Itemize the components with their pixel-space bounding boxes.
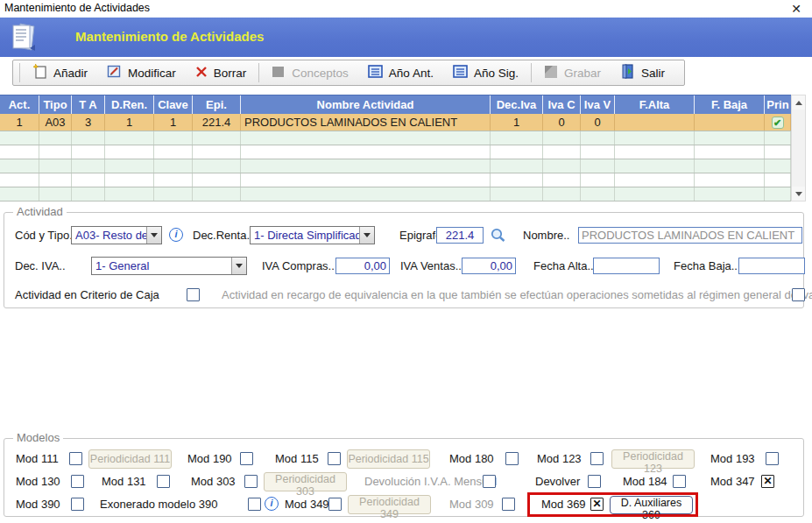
mod309-checkbox[interactable]	[502, 498, 515, 511]
mod184-label: Mod 184	[623, 475, 667, 488]
cell-nombre: PRODUCTOS LAMINADOS EN CALIENT	[241, 114, 491, 131]
cell-prin: ✔	[765, 114, 791, 131]
col-header: F.Alta	[615, 95, 695, 114]
devolver-label: Devolver	[535, 475, 580, 488]
info-icon[interactable]: i	[169, 228, 183, 242]
delete-x-icon	[195, 66, 208, 81]
app-header: Mantenimiento de Actividades	[0, 18, 812, 57]
list-window-icon	[453, 65, 468, 81]
table-header-row: Act. Tipo T A D.Ren. Clave Epi. Nombre A…	[0, 95, 791, 114]
previous-year-label: Año Ant.	[389, 67, 434, 80]
recargo-checkbox[interactable]	[792, 288, 805, 301]
window: Mantenimiento de Actividades ✕ Mantenimi…	[0, 0, 812, 523]
mod349-checkbox[interactable]	[328, 498, 342, 511]
modelos-row-1: Mod 111 Periodicidad 111 Mod 190 Mod 115…	[4, 449, 803, 469]
dec-renta-label: Dec.Renta.	[193, 229, 250, 242]
next-year-button[interactable]: Año Sig.	[443, 61, 528, 84]
add-button[interactable]: Añadir	[23, 61, 97, 84]
criterio-caja-checkbox[interactable]	[187, 288, 200, 301]
actividad-legend: Actividad	[13, 205, 67, 218]
table-empty-row[interactable]	[0, 173, 791, 187]
dropdown-arrow-icon[interactable]	[231, 258, 246, 274]
scroll-down-button[interactable]	[792, 187, 805, 201]
devolver-checkbox[interactable]	[588, 475, 601, 488]
mod184-checkbox[interactable]	[673, 475, 686, 488]
table-empty-row[interactable]	[0, 187, 791, 201]
add-button-label: Añadir	[53, 67, 88, 80]
mod390-checkbox[interactable]	[71, 498, 84, 511]
modelos-legend: Modelos	[13, 431, 63, 444]
nombre-input[interactable]	[578, 227, 802, 244]
iva-ventas-input[interactable]	[462, 258, 516, 274]
save-button: Grabar	[534, 61, 611, 84]
table-row-selected[interactable]: 1 A03 3 1 1 221.4 PRODUCTOS LAMINADOS EN…	[0, 114, 791, 131]
mod111-checkbox[interactable]	[69, 452, 82, 465]
cell-clave: 1	[154, 114, 193, 131]
dec-renta-value: 1- Directa Simplificada	[251, 227, 359, 244]
exit-button[interactable]: Salir	[611, 61, 674, 84]
mod115-label: Mod 115	[275, 452, 319, 465]
table-empty-row[interactable]	[0, 131, 791, 145]
col-header: Iva C	[543, 95, 581, 114]
mod303-label: Mod 303	[191, 475, 236, 488]
mod123-checkbox[interactable]	[590, 452, 604, 465]
new-document-icon	[32, 64, 47, 81]
actividad-row-2: Dec. IVA.. 1- General IVA Compras.. IVA …	[4, 257, 803, 276]
col-header: T A	[72, 95, 105, 114]
col-header: Clave	[154, 95, 193, 114]
cell-fbaja	[695, 114, 765, 131]
table-empty-row[interactable]	[0, 145, 791, 159]
modify-button[interactable]: Modificar	[97, 61, 186, 84]
periodicidad-303-button: Periodicidad 303	[264, 472, 347, 491]
cell-epi: 221.4	[193, 114, 241, 131]
delete-button[interactable]: Borrar	[186, 61, 257, 84]
dropdown-arrow-icon[interactable]	[146, 227, 161, 244]
search-icon[interactable]	[490, 227, 506, 247]
devolucion-iva-checkbox[interactable]	[483, 475, 496, 488]
mod115-checkbox[interactable]	[328, 452, 341, 465]
periodicidad-123-button: Periodicidad 123	[611, 449, 695, 469]
previous-year-button[interactable]: Año Ant.	[358, 61, 443, 84]
document-icon	[8, 21, 43, 58]
cell-ta: 3	[72, 114, 105, 131]
mod190-checkbox[interactable]	[240, 452, 253, 465]
epigrafe-input[interactable]	[436, 227, 484, 244]
vertical-scrollbar[interactable]	[791, 95, 806, 201]
list-window-icon	[368, 65, 383, 81]
cod-tipo-value: A03- Resto de	[72, 227, 146, 244]
mod130-checkbox[interactable]	[71, 475, 84, 488]
table-empty-row[interactable]	[0, 159, 791, 173]
fecha-alta-input[interactable]	[593, 258, 660, 274]
fecha-alta-label: Fecha Alta..	[533, 259, 594, 272]
iva-compras-input[interactable]	[335, 258, 390, 274]
col-header: D.Ren.	[105, 95, 154, 114]
save-button-label: Grabar	[564, 67, 601, 80]
close-icon[interactable]: ✕	[791, 1, 801, 17]
col-header: Epi.	[193, 95, 241, 114]
cod-tipo-select[interactable]: A03- Resto de	[71, 226, 162, 244]
exonerado-390-checkbox[interactable]	[248, 498, 261, 511]
cell-act: 1	[0, 114, 39, 131]
mod193-checkbox[interactable]	[766, 452, 779, 465]
col-header: Dec.Iva	[491, 95, 543, 114]
concepts-icon	[272, 65, 286, 81]
mod180-checkbox[interactable]	[505, 452, 519, 465]
dec-iva-select[interactable]: 1- General	[91, 257, 247, 275]
fecha-baja-input[interactable]	[738, 258, 805, 274]
mod131-checkbox[interactable]	[157, 475, 170, 488]
actividad-row-3: Actividad en Criterio de Caja Actividad …	[4, 286, 803, 305]
info-icon[interactable]: i	[265, 497, 279, 511]
arrow-up-icon	[795, 101, 802, 105]
scroll-up-button[interactable]	[792, 95, 805, 110]
dropdown-arrow-icon[interactable]	[359, 227, 374, 244]
dec-renta-select[interactable]: 1- Directa Simplificada	[250, 226, 375, 244]
mod303-checkbox[interactable]	[244, 475, 258, 488]
cell-deciva: 1	[491, 114, 543, 131]
col-header: Iva V	[581, 95, 615, 114]
exit-button-label: Salir	[641, 67, 665, 80]
mod347-checkbox[interactable]: ✕	[761, 475, 774, 488]
cell-falta	[615, 114, 695, 131]
cod-tipo-label: Cód y Tipo..	[15, 229, 75, 242]
dec-iva-label: Dec. IVA..	[15, 259, 66, 272]
arrow-down-icon	[795, 192, 802, 196]
